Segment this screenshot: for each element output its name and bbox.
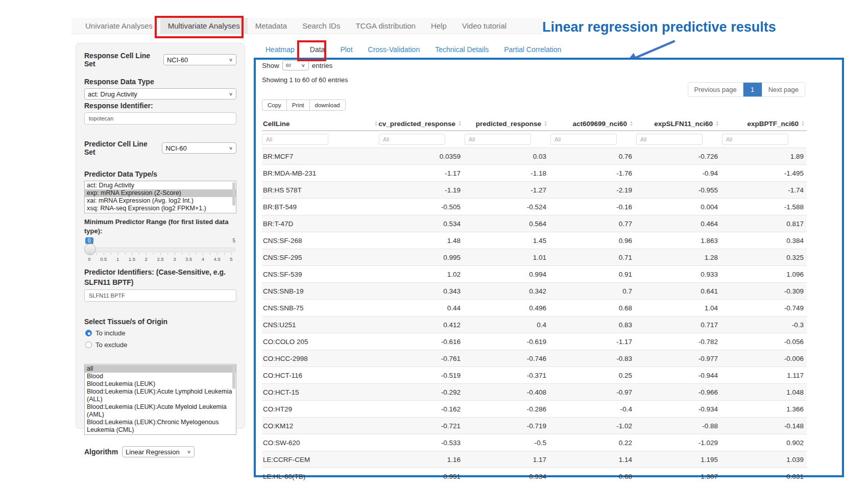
listbox-option-blood[interactable]: Blood	[85, 373, 236, 380]
value-cell: 0.994	[464, 271, 549, 278]
page-1-button[interactable]: 1	[743, 83, 762, 96]
response-data-type-select[interactable]: act: Drug Activity ∨	[84, 88, 236, 100]
next-page-button[interactable]: Next page	[762, 83, 805, 96]
column-header-cv-predicted-response[interactable]: cv_predicted_response▲▼	[378, 117, 464, 130]
sort-icon[interactable]: ▲▼	[801, 120, 805, 127]
nav-item-video-tutorial[interactable]: Video tutorial	[454, 18, 514, 34]
column-header-expbptf-nci60[interactable]: expBPTF_nci60▲▼	[721, 117, 807, 130]
sort-icon[interactable]: ▲▼	[458, 120, 462, 127]
column-filter-input-expbptf-nci60[interactable]	[722, 134, 788, 145]
sort-icon[interactable]: ▲▼	[374, 120, 378, 127]
value-cell: 0.933	[635, 271, 721, 278]
nav-item-metadata[interactable]: Metadata	[248, 18, 295, 34]
column-filter-input-cv-predicted-response[interactable]	[379, 134, 445, 145]
nav-item-search-ids[interactable]: Search IDs	[295, 18, 348, 34]
slider-tick	[203, 253, 203, 255]
slider-tick	[217, 253, 218, 255]
value-cell: -0.408	[464, 388, 549, 396]
cell-line-cell: CNS:SNB-19	[262, 287, 378, 295]
value-cell: -0.94	[635, 169, 721, 177]
listbox-option-blood-leukemia-leuk[interactable]: Blood:Leukemia (LEUK)	[85, 380, 236, 388]
sort-icon[interactable]: ▲▼	[544, 120, 547, 127]
value-cell: -0.746	[464, 355, 549, 362]
scrollbar-thumb[interactable]	[232, 365, 235, 389]
filter-cell-cellline	[262, 134, 378, 145]
cell-line-cell: CO:KM12	[262, 422, 378, 430]
slider-tick-label: 0	[88, 256, 90, 262]
response-identifier-input[interactable]	[84, 112, 236, 125]
column-filter-input-predicted-response[interactable]	[465, 134, 531, 145]
column-header-cellline[interactable]: CellLine▲▼	[262, 117, 378, 130]
scrollbar-thumb[interactable]	[232, 182, 235, 206]
nav-item-univariate-analyses[interactable]: Univariate Analyses	[78, 18, 160, 34]
value-cell: -0.934	[635, 405, 721, 413]
predictor-identifiers-input[interactable]	[84, 289, 236, 302]
value-cell: -0.309	[721, 287, 807, 295]
value-cell: 0.004	[635, 203, 721, 211]
slider-tick	[224, 253, 225, 255]
slider-tick	[189, 253, 189, 255]
listbox-option-blood-leukemia-leuk-acute-myeloid-leukemia-aml[interactable]: Blood:Leukemia (LEUK):Acute Myeloid Leuk…	[85, 403, 236, 419]
value-cell: -0.616	[378, 338, 464, 346]
tissue-origin-label: Select Tissue/s of Origin	[84, 318, 167, 326]
value-cell: -0.749	[721, 304, 807, 312]
value-cell: -1.17	[549, 338, 635, 346]
value-cell: 1.117	[721, 372, 807, 379]
value-cell: -0.292	[378, 388, 464, 396]
table-row-cns-sf-539: CNS:SF-5391.020.9940.910.9331.096	[262, 265, 807, 282]
previous-page-button[interactable]: Previous page	[688, 83, 743, 96]
filter-cell-cv-predicted-response	[378, 134, 464, 145]
copy-button[interactable]: Copy	[262, 100, 287, 111]
value-cell: 0.384	[721, 237, 807, 245]
nav-item-help[interactable]: Help	[423, 18, 454, 34]
print-button[interactable]: Print	[286, 100, 310, 111]
table-row-cns-sf-295: CNS:SF-2950.9951.010.711.280.325	[262, 249, 807, 265]
value-cell: 0.22	[549, 439, 635, 447]
tab-heatmap[interactable]: Heatmap	[264, 44, 296, 55]
column-header-expslfn11-nci60[interactable]: expSLFN11_nci60▲▼	[635, 117, 721, 130]
listbox-option-blood-leukemia-leuk-acute-lymphoid-leukemia-all[interactable]: Blood:Leukemia (LEUK):Acute Lymphoid Leu…	[85, 388, 236, 403]
value-cell: -0.4	[549, 405, 635, 413]
cell-line-cell: BR:BT-549	[262, 203, 378, 211]
algorithm-select[interactable]: Linear Regression ∨	[122, 446, 195, 457]
tab-cross-validation[interactable]: Cross-Validation	[367, 44, 421, 55]
slider-tick-label: 1.5	[129, 256, 135, 262]
column-header-predicted-response[interactable]: predicted_response▲▼	[464, 117, 549, 130]
listbox-option-exp-mrna-expression-z-score[interactable]: exp: mRNA Expression (Z-Score)	[85, 189, 236, 197]
slider-track[interactable]	[85, 248, 235, 252]
column-header-label: CellLine	[263, 120, 290, 128]
select-value: NCI-60	[167, 56, 188, 64]
value-cell: -1.495	[721, 169, 807, 177]
nav-item-tcga-distribution[interactable]: TCGA distribution	[348, 18, 423, 34]
column-header-act609699-nci60[interactable]: act609699_nci60▲▼	[549, 117, 635, 130]
sort-icon[interactable]: ▲▼	[630, 120, 633, 127]
tab-partial-correlation[interactable]: Partial Correlation	[503, 44, 562, 55]
value-cell: 0.25	[549, 372, 635, 379]
chevron-down-icon: ∨	[187, 449, 191, 454]
listbox-option-xsq-rna-seq-expression-log2-fpkm-1[interactable]: xsq: RNA-seq Expression (log2 FPKM+1.)	[85, 205, 236, 212]
column-filter-input-act609699-nci60[interactable]	[550, 134, 617, 145]
tab-plot[interactable]: Plot	[339, 44, 353, 55]
value-cell: -1.029	[635, 439, 721, 447]
tissue-include-radio[interactable]: To include	[85, 329, 236, 337]
listbox-option-all[interactable]: all	[85, 365, 236, 373]
page-length-select[interactable]: 60 ∨	[282, 60, 309, 70]
cell-line-cell: CNS:SF-268	[262, 237, 378, 245]
cell-line-cell: CO:SW-620	[262, 439, 378, 447]
pagination: Previous page 1 Next page	[688, 82, 805, 97]
value-cell: 0.7	[549, 287, 635, 295]
slider-tick	[118, 253, 118, 255]
listbox-option-act-drug-activity[interactable]: act: Drug Activity	[85, 182, 236, 189]
response-cell-line-set-select[interactable]: NCI-60 ∨	[163, 54, 236, 65]
min-predictor-range-label: Minimum Predictor Range (for first liste…	[84, 218, 228, 235]
download-button[interactable]: download	[309, 100, 346, 111]
predictor-cell-line-set-select[interactable]: NCI-60 ∨	[162, 142, 236, 154]
sort-icon[interactable]: ▲▼	[715, 120, 719, 127]
listbox-option-blood-leukemia-leuk-chronic-myelogenous-leukemia-cml[interactable]: Blood:Leukemia (LEUK):Chronic Myelogenou…	[85, 419, 236, 434]
column-filter-input-cellline[interactable]	[262, 134, 328, 145]
listbox-option-xai-mrna-expression-avg-log2-int[interactable]: xai: mRNA Expression (Avg. log2 Int.)	[85, 197, 236, 205]
tissue-exclude-radio[interactable]: To exclude	[85, 341, 236, 349]
column-filter-input-expslfn11-nci60[interactable]	[636, 134, 703, 145]
table-row-cns-snb-75: CNS:SNB-750.440.4960.681.04-0.749	[262, 299, 807, 316]
tab-technical-details[interactable]: Technical Details	[434, 44, 490, 55]
